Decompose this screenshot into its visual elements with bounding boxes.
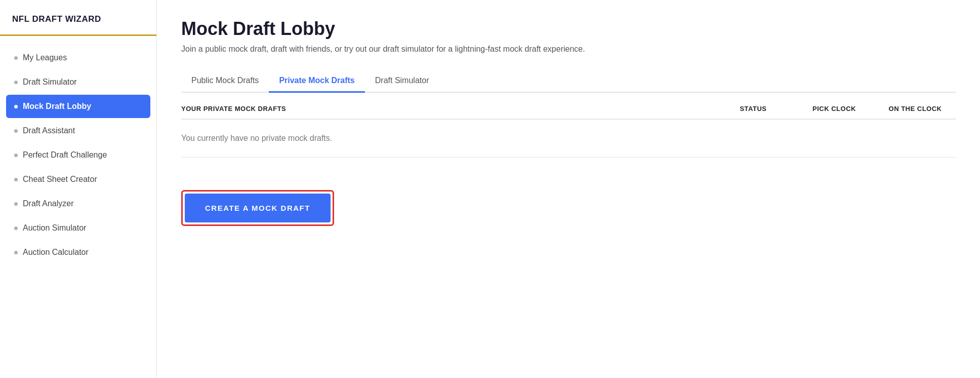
tab-public-mock-drafts[interactable]: Public Mock Drafts xyxy=(181,70,269,93)
sidebar-logo: NFL DRAFT WIZARD xyxy=(0,14,156,36)
sidebar-nav: My LeaguesDraft SimulatorMock Draft Lobb… xyxy=(0,46,156,264)
nav-dot xyxy=(14,129,18,133)
nav-item-label: Draft Assistant xyxy=(23,126,75,135)
create-mock-draft-button[interactable]: CREATE A MOCK DRAFT xyxy=(185,194,331,222)
nav-dot xyxy=(14,105,18,108)
nav-dot xyxy=(14,154,18,157)
nav-dot xyxy=(14,202,18,206)
table-col-on-the-clock: ON THE CLOCK xyxy=(875,105,956,112)
nav-item-label: My Leagues xyxy=(23,53,67,62)
app-title: NFL DRAFT WIZARD xyxy=(12,14,101,24)
sidebar-item-cheat-sheet-creator[interactable]: Cheat Sheet Creator xyxy=(6,168,150,191)
page-subtitle: Join a public mock draft, draft with fri… xyxy=(181,45,956,54)
table-header: YOUR PRIVATE MOCK DRAFTS STATUS PICK CLO… xyxy=(181,95,956,120)
table-header-main: YOUR PRIVATE MOCK DRAFTS xyxy=(181,105,713,112)
nav-dot xyxy=(14,178,18,181)
sidebar-item-draft-analyzer[interactable]: Draft Analyzer xyxy=(6,192,150,215)
nav-item-label: Cheat Sheet Creator xyxy=(23,175,97,184)
sidebar-item-draft-simulator[interactable]: Draft Simulator xyxy=(6,70,150,94)
sidebar: NFL DRAFT WIZARD My LeaguesDraft Simulat… xyxy=(0,0,157,378)
sidebar-item-auction-calculator[interactable]: Auction Calculator xyxy=(6,241,150,264)
nav-item-label: Mock Draft Lobby xyxy=(23,102,91,111)
nav-item-label: Perfect Draft Challenge xyxy=(23,150,107,160)
sidebar-item-mock-draft-lobby[interactable]: Mock Draft Lobby xyxy=(6,95,150,118)
sidebar-item-perfect-draft-challenge[interactable]: Perfect Draft Challenge xyxy=(6,143,150,167)
empty-state-message: You currently have no private mock draft… xyxy=(181,120,956,158)
tabs: Public Mock DraftsPrivate Mock DraftsDra… xyxy=(181,70,956,93)
nav-dot xyxy=(14,81,18,84)
table-col-pick-clock: PICK CLOCK xyxy=(794,105,875,112)
nav-dot xyxy=(14,226,18,230)
create-button-wrapper: CREATE A MOCK DRAFT xyxy=(181,190,334,226)
sidebar-item-auction-simulator[interactable]: Auction Simulator xyxy=(6,216,150,240)
main-content: Mock Draft Lobby Join a public mock draf… xyxy=(157,0,980,378)
nav-item-label: Draft Simulator xyxy=(23,78,77,87)
table-col-status: STATUS xyxy=(713,105,794,112)
nav-dot xyxy=(14,56,18,60)
nav-item-label: Auction Simulator xyxy=(23,223,86,233)
sidebar-item-draft-assistant[interactable]: Draft Assistant xyxy=(6,119,150,142)
nav-item-label: Draft Analyzer xyxy=(23,199,73,208)
page-title: Mock Draft Lobby xyxy=(181,18,956,40)
tab-private-mock-drafts[interactable]: Private Mock Drafts xyxy=(269,70,364,93)
tab-draft-simulator[interactable]: Draft Simulator xyxy=(365,70,439,93)
sidebar-item-my-leagues[interactable]: My Leagues xyxy=(6,46,150,69)
nav-dot xyxy=(14,251,18,254)
nav-item-label: Auction Calculator xyxy=(23,248,89,257)
